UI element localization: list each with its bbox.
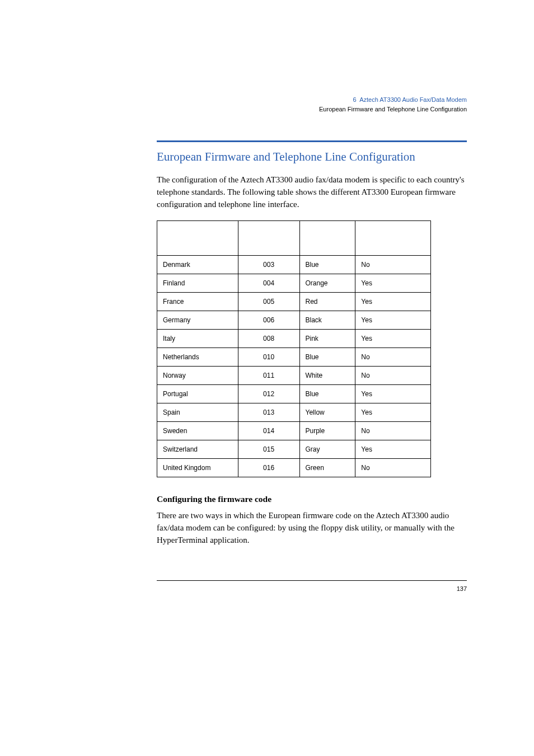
section-title: European Firmware and Telephone Line Con… <box>157 150 467 164</box>
cell-interface: Yes <box>355 330 431 348</box>
cell-color: Pink <box>299 330 355 348</box>
cell-code: 005 <box>238 293 299 311</box>
cell-interface: No <box>355 256 431 274</box>
cell-interface: Yes <box>355 274 431 293</box>
table-row: Denmark 003 Blue No <box>157 256 431 274</box>
cell-code: 016 <box>238 459 299 477</box>
cell-color: Purple <box>299 422 355 440</box>
table-row: United Kingdom 016 Green No <box>157 459 431 477</box>
table-row: Finland 004 Orange Yes <box>157 274 431 293</box>
cell-country: Denmark <box>157 256 238 274</box>
table-row: Spain 013 Yellow Yes <box>157 403 431 422</box>
section-rule <box>157 140 467 142</box>
cell-color: Red <box>299 293 355 311</box>
cell-interface: No <box>355 367 431 385</box>
subsection-heading: Configuring the firmware code <box>157 494 467 504</box>
cell-interface: Yes <box>355 440 431 459</box>
cell-color: Blue <box>299 385 355 403</box>
cell-code: 011 <box>238 367 299 385</box>
header-subtitle: European Firmware and Telephone Line Con… <box>319 106 467 112</box>
cell-interface: Yes <box>355 385 431 403</box>
cell-country: Portugal <box>157 385 238 403</box>
cell-interface: Yes <box>355 403 431 422</box>
table-header-row <box>157 221 431 256</box>
col-header-interface <box>355 221 431 256</box>
cell-country: Sweden <box>157 422 238 440</box>
cell-code: 008 <box>238 330 299 348</box>
cell-color: White <box>299 367 355 385</box>
running-header: 6 Aztech AT3300 Audio Fax/Data Modem Eur… <box>157 95 467 114</box>
table-row: France 005 Red Yes <box>157 293 431 311</box>
cell-country: France <box>157 293 238 311</box>
col-header-code <box>238 221 299 256</box>
cell-interface: No <box>355 348 431 367</box>
intro-paragraph: The configuration of the Aztech AT3300 a… <box>157 174 467 210</box>
table-row: Norway 011 White No <box>157 367 431 385</box>
page-number: 137 <box>157 585 467 592</box>
cell-code: 012 <box>238 385 299 403</box>
cell-country: Switzerland <box>157 440 238 459</box>
cell-color: Yellow <box>299 403 355 422</box>
firmware-config-table: Denmark 003 Blue No Finland 004 Orange Y… <box>157 220 431 477</box>
cell-code: 004 <box>238 274 299 293</box>
chapter-label: 6 Aztech AT3300 Audio Fax/Data Modem <box>353 96 467 103</box>
cell-color: Gray <box>299 440 355 459</box>
cell-color: Blue <box>299 256 355 274</box>
cell-color: Orange <box>299 274 355 293</box>
cell-interface: Yes <box>355 311 431 330</box>
cell-country: Norway <box>157 367 238 385</box>
subsection-body: There are two ways in which the European… <box>157 510 467 546</box>
cell-interface: No <box>355 459 431 477</box>
cell-code: 013 <box>238 403 299 422</box>
cell-country: Finland <box>157 274 238 293</box>
cell-code: 003 <box>238 256 299 274</box>
table-row: Switzerland 015 Gray Yes <box>157 440 431 459</box>
cell-country: Netherlands <box>157 348 238 367</box>
cell-interface: Yes <box>355 293 431 311</box>
table-row: Portugal 012 Blue Yes <box>157 385 431 403</box>
table-row: Germany 006 Black Yes <box>157 311 431 330</box>
cell-interface: No <box>355 422 431 440</box>
table-row: Netherlands 010 Blue No <box>157 348 431 367</box>
cell-color: Blue <box>299 348 355 367</box>
cell-country: United Kingdom <box>157 459 238 477</box>
cell-country: Italy <box>157 330 238 348</box>
chapter-title: Aztech AT3300 Audio Fax/Data Modem <box>359 96 467 103</box>
col-header-country <box>157 221 238 256</box>
cell-code: 015 <box>238 440 299 459</box>
cell-color: Black <box>299 311 355 330</box>
col-header-color <box>299 221 355 256</box>
cell-color: Green <box>299 459 355 477</box>
footer-rule <box>157 580 467 581</box>
cell-code: 006 <box>238 311 299 330</box>
cell-code: 014 <box>238 422 299 440</box>
table-row: Italy 008 Pink Yes <box>157 330 431 348</box>
cell-country: Spain <box>157 403 238 422</box>
chapter-number: 6 <box>353 96 357 103</box>
table-row: Sweden 014 Purple No <box>157 422 431 440</box>
page-content: 6 Aztech AT3300 Audio Fax/Data Modem Eur… <box>0 0 534 626</box>
cell-code: 010 <box>238 348 299 367</box>
cell-country: Germany <box>157 311 238 330</box>
